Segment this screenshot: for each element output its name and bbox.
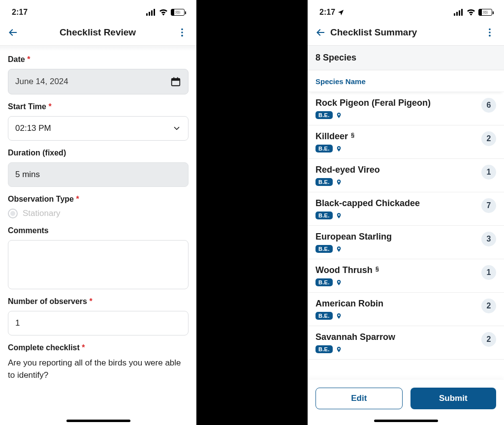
species-list[interactable]: Rock Pigeon (Feral Pigeon)B.E.6Killdeer§… [308,92,504,425]
date-label: Date * [8,55,189,64]
pin-icon [336,179,342,185]
start-time-select[interactable]: 02:13 PM [8,116,189,141]
review-form: Date * June 14, 2024 Start Time * 02:13 … [0,46,196,425]
edit-button[interactable]: Edit [315,388,403,409]
species-count: 1 [481,165,496,180]
svg-rect-14 [461,9,463,16]
species-count: 1 [481,265,496,280]
species-name: Savannah Sparrow [315,332,395,342]
calendar-icon [170,76,181,87]
species-name: American Robin [315,299,383,309]
species-column-header[interactable]: Species Name [308,70,504,92]
more-menu-button[interactable] [484,27,495,38]
species-count: 7 [481,198,496,213]
statusbar: 2:17 23 [308,0,504,20]
comments-label: Comments [8,226,189,235]
observers-label: Number of observers * [8,297,189,306]
home-indicator[interactable] [374,420,438,422]
wifi-icon [467,9,475,16]
species-row[interactable]: Rock Pigeon (Feral Pigeon)B.E.6 [308,92,504,125]
species-row[interactable]: Wood Thrush§B.E.1 [308,259,504,293]
radio-icon [8,209,18,218]
species-row[interactable]: American RobinB.E.2 [308,293,504,326]
species-name: European Starling [315,232,392,242]
species-name: Rock Pigeon (Feral Pigeon) [315,98,431,108]
svg-point-17 [489,35,491,37]
species-name: Red-eyed Vireo [315,165,380,175]
back-button[interactable] [7,27,19,38]
be-badge: B.E. [315,245,333,253]
species-name: Killdeer [315,131,348,142]
pin-icon [336,212,342,219]
species-count: 2 [481,299,496,313]
species-count: 6 [481,98,496,113]
svg-rect-10 [177,77,178,80]
more-menu-button[interactable] [177,27,188,38]
species-count: 2 [481,332,496,347]
wifi-icon [159,9,168,16]
chevron-down-icon [172,124,181,133]
svg-point-6 [181,35,183,37]
phone-checklist-summary: 2:17 23 Checklist Summary 8 Spe [308,0,504,425]
statusbar: 2:17 23 [0,0,196,20]
duration-value: 5 mins [15,170,40,180]
status-time: 2:17 [319,8,335,17]
more-vert-icon [177,27,188,38]
svg-rect-9 [173,77,174,80]
appbar-summary: Checklist Summary [308,20,504,46]
home-indicator[interactable] [66,420,130,422]
page-title: Checklist Review [19,27,177,38]
svg-rect-8 [172,79,180,81]
svg-rect-3 [154,9,155,16]
comments-textarea[interactable] [8,240,189,289]
be-badge: B.E. [315,111,333,119]
pin-icon [336,246,342,252]
species-name: Black-capped Chickadee [315,198,420,209]
battery-icon: 23 [478,9,492,16]
species-row[interactable]: Red-eyed VireoB.E.1 [308,159,504,192]
arrow-left-icon [315,27,326,38]
status-time: 2:17 [12,8,28,17]
be-badge: B.E. [315,145,333,152]
be-badge: B.E. [315,312,333,320]
appbar-review: Checklist Review [0,20,196,46]
species-row[interactable]: Killdeer§B.E.2 [308,125,504,159]
svg-rect-12 [456,12,458,16]
observation-type-radio[interactable]: Stationary [8,209,189,218]
complete-checklist-label: Complete checklist * [8,343,189,352]
start-time-label: Start Time * [8,102,189,111]
phone-checklist-review: 2:17 23 Checklist Review Date [0,0,196,425]
observers-input[interactable]: 1 [8,311,189,335]
be-badge: B.E. [315,278,333,286]
required-mark: * [27,55,30,63]
footer-actions: Edit Submit [308,379,504,425]
svg-rect-13 [459,10,460,16]
start-time-value: 02:13 PM [15,123,51,133]
svg-point-16 [489,31,491,33]
species-count: 2 [481,131,496,146]
species-row[interactable]: European StarlingB.E.3 [308,226,504,259]
species-note-mark: § [376,265,379,273]
species-name: Wood Thrush [315,265,373,275]
submit-button[interactable]: Submit [410,388,497,409]
svg-rect-2 [151,10,153,16]
species-count: 3 [481,232,496,246]
signal-icon [454,9,464,16]
signal-icon [146,9,156,16]
pin-icon [336,146,342,152]
be-badge: B.E. [315,212,333,219]
svg-rect-11 [454,13,455,16]
species-row[interactable]: Black-capped ChickadeeB.E.7 [308,192,504,226]
species-note-mark: § [351,131,354,139]
svg-point-5 [181,31,183,33]
arrow-left-icon [7,27,19,38]
species-row[interactable]: Savannah SparrowB.E.2 [308,326,504,360]
svg-point-15 [489,29,491,30]
more-vert-icon [484,27,495,38]
date-value: June 14, 2024 [15,77,68,87]
be-badge: B.E. [315,345,333,353]
back-button[interactable] [315,27,326,38]
date-field[interactable]: June 14, 2024 [8,69,189,94]
complete-checklist-caption: Are you reporting all of the birds you w… [8,357,189,381]
battery-icon: 23 [171,9,185,16]
